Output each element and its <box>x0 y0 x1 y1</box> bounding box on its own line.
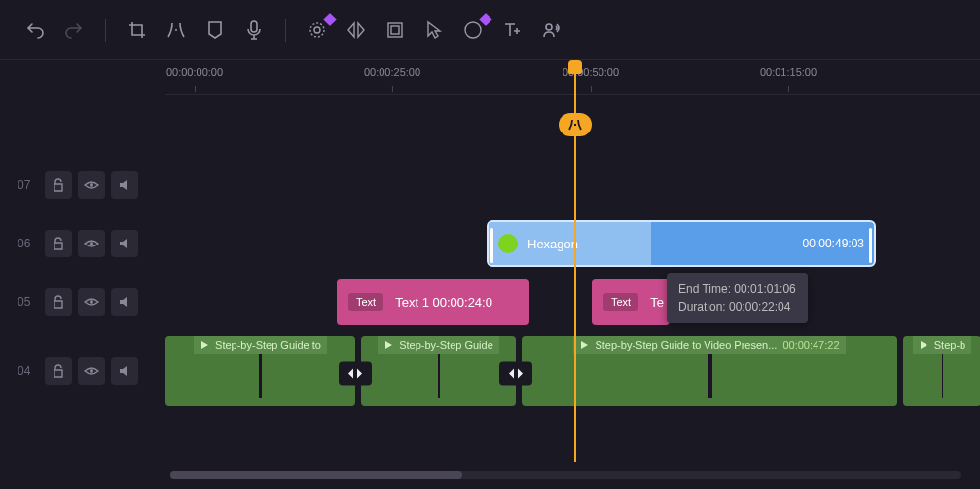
voiceover-button[interactable] <box>236 13 272 48</box>
cursor-button[interactable] <box>417 13 452 48</box>
playhead-split-button[interactable] <box>559 113 592 136</box>
marker-button[interactable] <box>198 13 233 48</box>
play-icon <box>919 340 928 350</box>
track-header: 04 <box>0 331 165 411</box>
mute-button[interactable] <box>111 288 138 316</box>
hexagon-clip[interactable]: Hexagon 00:00:49:03 <box>487 220 876 267</box>
tracks-container: 07 06 Hexagon 00:00:49:03 <box>0 156 980 411</box>
horizontal-scrollbar[interactable] <box>170 471 961 479</box>
split-button[interactable] <box>159 13 194 48</box>
track-header: 07 <box>0 156 165 214</box>
mute-button[interactable] <box>111 230 138 257</box>
clip-tooltip: End Time: 00:01:01:06 Duration: 00:00:22… <box>667 273 808 323</box>
playhead[interactable] <box>574 62 576 462</box>
lock-button[interactable] <box>45 357 72 385</box>
video-clip[interactable]: Step-by-Step Guide to <box>165 336 355 406</box>
svg-point-1 <box>310 23 324 37</box>
scrollbar-thumb[interactable] <box>170 471 462 479</box>
text-clip[interactable]: Text Text 1 00:00:24:0 <box>337 279 529 325</box>
textplus-button[interactable] <box>494 13 529 48</box>
track-row: 07 <box>0 156 980 214</box>
clip-title: Step-b <box>934 339 965 351</box>
text-badge: Text <box>603 293 638 311</box>
autoenhance-button[interactable] <box>300 13 335 48</box>
track-row: 04 Step-by-Step Guide to Step-by-Step Gu… <box>0 331 980 411</box>
clip-handle-right[interactable] <box>869 228 872 263</box>
speed-button[interactable] <box>455 13 490 48</box>
ruler-tick: 00:00:00:00 <box>166 66 223 78</box>
track-header: 06 <box>0 214 165 273</box>
lock-button[interactable] <box>45 288 72 316</box>
track-number: 05 <box>18 295 39 309</box>
svg-point-6 <box>546 24 552 30</box>
ruler-tick: 00:00:25:00 <box>364 66 420 78</box>
video-clip[interactable]: Step-b <box>903 336 980 406</box>
clip-label: Text 1 00:00:24:0 <box>395 295 492 310</box>
svg-point-7 <box>90 183 93 187</box>
svg-point-2 <box>314 27 320 33</box>
transition-icon[interactable] <box>499 361 532 385</box>
track-content[interactable]: Step-by-Step Guide to Step-by-Step Guide… <box>165 331 980 411</box>
visibility-button[interactable] <box>78 230 105 257</box>
playhead-head-icon[interactable] <box>568 60 582 74</box>
clip-handle-left[interactable] <box>490 228 493 263</box>
track-content[interactable]: Hexagon 00:00:49:03 <box>165 214 980 273</box>
clip-label: Te <box>650 295 664 310</box>
track-number: 07 <box>18 178 39 192</box>
svg-rect-4 <box>391 26 399 34</box>
separator <box>285 19 286 42</box>
clip-duration: 00:00:47:22 <box>782 339 839 351</box>
svg-point-5 <box>465 22 481 38</box>
play-icon <box>579 340 589 350</box>
transition-icon[interactable] <box>339 361 372 385</box>
mirror-button[interactable] <box>339 13 374 48</box>
play-icon <box>383 340 393 350</box>
visibility-button[interactable] <box>78 357 105 385</box>
svg-rect-3 <box>388 23 402 37</box>
mute-button[interactable] <box>111 171 138 199</box>
svg-point-8 <box>90 242 93 245</box>
track-header: 05 <box>0 273 165 331</box>
track-row: 06 Hexagon 00:00:49:03 <box>0 214 980 273</box>
track-content[interactable]: Text Text 1 00:00:24:0 Text Te End Time:… <box>165 273 980 331</box>
video-clip[interactable]: Step-by-Step Guide to Video Presen... 00… <box>522 336 897 406</box>
separator <box>105 19 106 42</box>
clip-title: Step-by-Step Guide to Video Presen... <box>595 339 777 351</box>
clip-title: Step-by-Step Guide <box>399 339 493 351</box>
track-content[interactable] <box>165 156 980 214</box>
lock-button[interactable] <box>45 230 72 257</box>
mute-button[interactable] <box>111 357 138 385</box>
text-clip[interactable]: Text Te <box>592 279 670 325</box>
lock-button[interactable] <box>45 171 72 199</box>
svg-point-9 <box>90 300 93 304</box>
track-number: 06 <box>18 237 39 250</box>
svg-point-10 <box>90 369 93 373</box>
ruler-tick: 00:01:15:00 <box>760 66 817 78</box>
clip-title: Step-by-Step Guide to <box>215 339 321 351</box>
video-clip[interactable]: Step-by-Step Guide <box>361 336 516 406</box>
crop-button[interactable] <box>120 13 155 48</box>
hexagon-shape-icon <box>498 234 518 253</box>
speaker-button[interactable] <box>533 13 568 48</box>
visibility-button[interactable] <box>78 288 105 316</box>
track-row: 05 Text Text 1 00:00:24:0 Text Te End Ti… <box>0 273 980 331</box>
undo-button[interactable] <box>18 13 53 48</box>
toolbar <box>0 0 980 60</box>
play-icon <box>200 340 209 350</box>
clip-label: Hexagon <box>527 237 578 251</box>
svg-rect-0 <box>251 21 257 32</box>
track-number: 04 <box>18 364 39 378</box>
resize-button[interactable] <box>378 13 413 48</box>
clip-duration: 00:00:49:03 <box>652 237 874 250</box>
redo-button[interactable] <box>56 13 91 48</box>
visibility-button[interactable] <box>78 171 105 199</box>
text-badge: Text <box>348 293 383 311</box>
